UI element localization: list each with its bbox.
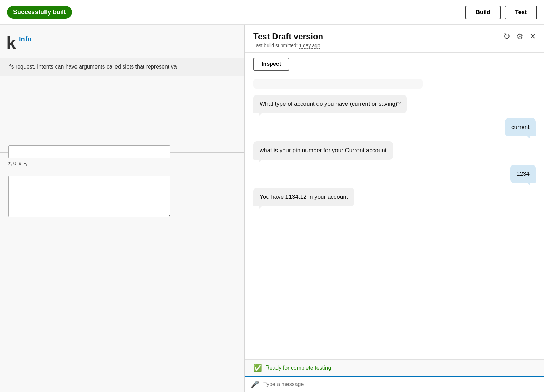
top-bar: Successfully built Build Test	[0, 0, 544, 25]
settings-button[interactable]: ⚙	[516, 32, 523, 41]
refresh-button[interactable]: ↻	[503, 32, 510, 41]
main-layout: k Info r's request. Intents can have arg…	[0, 25, 544, 392]
bot-bubble: You have £134.12 in your account	[253, 188, 354, 206]
ready-icon: ✅	[253, 364, 262, 372]
info-label: Info	[19, 35, 32, 43]
draft-title: Test Draft version	[253, 32, 323, 41]
user-bubble: 1234	[510, 165, 536, 183]
last-build-info: Last build submitted: 1 day ago	[253, 43, 536, 48]
field-hint: z, 0–9, -, _	[8, 161, 236, 166]
header-icons: ↻ ⚙ ✕	[503, 32, 536, 41]
chat-row: 1234	[253, 165, 536, 183]
bubble-text: What type of account do you have (curren…	[260, 101, 401, 107]
inspect-button[interactable]: Inspect	[253, 58, 289, 71]
top-bar-left: Successfully built	[7, 6, 72, 19]
chat-row: You have £134.12 in your account	[253, 188, 536, 206]
chat-message-input[interactable]	[263, 381, 538, 388]
last-build-label: Last build submitted:	[253, 43, 298, 48]
build-button[interactable]: Build	[465, 6, 501, 19]
slot-name-input[interactable]	[8, 145, 170, 158]
mic-icon[interactable]: 🎤	[251, 380, 259, 389]
prev-bubble-stub	[253, 79, 423, 89]
bot-bubble: what is your pin number for your Current…	[253, 141, 393, 160]
chat-row: what is your pin number for your Current…	[253, 141, 536, 160]
test-button[interactable]: Test	[505, 6, 537, 19]
left-panel: k Info r's request. Intents can have arg…	[0, 25, 245, 392]
right-panel: Test Draft version ↻ ⚙ ✕ Last build subm…	[245, 25, 544, 392]
bubble-text: what is your pin number for your Current…	[260, 147, 387, 154]
chat-area: What type of account do you have (curren…	[245, 75, 544, 359]
status-bar: ✅ Ready for complete testing	[245, 359, 544, 376]
close-button[interactable]: ✕	[530, 32, 536, 41]
user-bubble: current	[505, 118, 536, 137]
ready-text: Ready for complete testing	[265, 365, 331, 371]
bot-bubble: What type of account do you have (curren…	[253, 95, 407, 113]
left-k-letter: k	[6, 32, 16, 53]
bubble-text: current	[511, 124, 530, 131]
success-badge: Successfully built	[7, 6, 72, 19]
last-build-time: 1 day ago	[299, 43, 320, 48]
right-header-top: Test Draft version ↻ ⚙ ✕	[253, 32, 536, 41]
left-content: z, 0–9, -, _	[0, 107, 244, 225]
input-bar: 🎤	[245, 376, 544, 392]
top-bar-right: Build Test	[465, 6, 537, 19]
slot-description-textarea[interactable]	[8, 176, 170, 217]
chat-row: What type of account do you have (curren…	[253, 95, 536, 113]
chat-row: current	[253, 118, 536, 137]
bubble-text: 1234	[516, 171, 530, 177]
right-header: Test Draft version ↻ ⚙ ✕ Last build subm…	[245, 25, 544, 53]
left-description: r's request. Intents can have arguments …	[0, 58, 244, 76]
bubble-text: You have £134.12 in your account	[260, 194, 348, 200]
